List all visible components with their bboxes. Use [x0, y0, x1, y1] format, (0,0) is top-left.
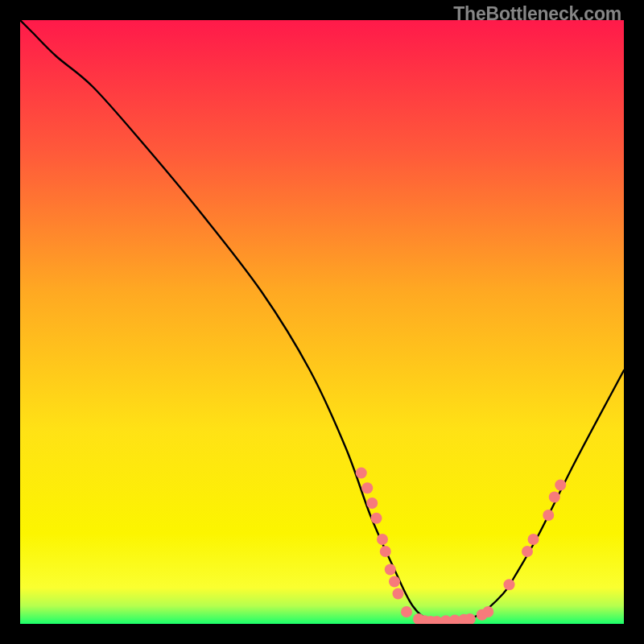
data-point [543, 510, 554, 521]
data-point [377, 534, 388, 545]
watermark: TheBottleneck.com [453, 3, 621, 25]
data-point [482, 606, 493, 617]
data-point [555, 480, 566, 491]
data-point [389, 576, 400, 588]
data-point [366, 497, 378, 509]
plot-area [20, 20, 624, 624]
data-point [401, 606, 412, 617]
data-point [504, 579, 515, 590]
data-markers [356, 468, 567, 625]
data-point [522, 546, 533, 557]
data-point [528, 534, 539, 545]
data-point [380, 546, 391, 557]
data-point [393, 588, 404, 600]
data-point [549, 492, 560, 503]
data-point [356, 468, 367, 479]
data-point [385, 564, 396, 576]
curve-layer [20, 20, 624, 624]
data-point [361, 482, 373, 493]
data-point [371, 513, 382, 524]
chart-container: TheBottleneck.com [0, 0, 644, 644]
bottleneck-curve [20, 20, 624, 622]
